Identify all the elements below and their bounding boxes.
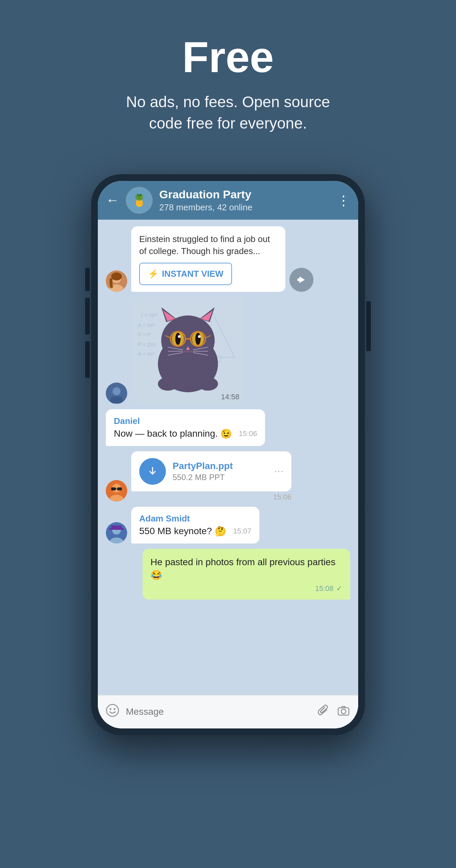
adam-message: Adam Smidt 550 MB keynote? 🤔 15:07 — [106, 507, 260, 544]
instant-view-text: Einstein struggled to find a job out of … — [139, 233, 277, 257]
volume-button-2[interactable] — [85, 298, 90, 335]
file-bubble: PartyPlan.ppt 550.2 MB PPT ⋯ — [131, 452, 292, 491]
instant-view-content: Einstein struggled to find a job out of … — [131, 226, 285, 292]
file-sender-avatar — [106, 480, 127, 501]
sticker-sender-avatar — [106, 382, 127, 404]
hero-subtitle: No ads, no fees. Open source code free f… — [111, 91, 345, 134]
message-input-bar — [98, 695, 358, 728]
group-name: Graduation Party — [159, 188, 330, 201]
svg-point-45 — [158, 377, 178, 391]
svg-rect-57 — [109, 528, 124, 530]
daniel-message: Daniel Now — back to planning. 😉 15:06 — [106, 409, 265, 446]
instant-view-bubble: Einstein struggled to find a job out of … — [131, 226, 285, 292]
header-menu-button[interactable]: ⋮ — [337, 193, 350, 208]
volume-button-1[interactable] — [85, 268, 90, 291]
adam-bubble: Adam Smidt 550 MB keynote? 🤔 15:07 — [131, 507, 260, 544]
svg-point-58 — [107, 705, 119, 716]
svg-rect-51 — [117, 488, 122, 490]
chat-header: ← 🍍 Graduation Party 278 members, 42 onl… — [98, 181, 358, 220]
file-download-button[interactable] — [139, 458, 166, 485]
adam-avatar — [106, 522, 127, 544]
own-message-footer: 15:08 ✓ — [151, 584, 342, 593]
phone-wrapper: ← 🍍 Graduation Party 278 members, 42 onl… — [91, 174, 365, 735]
file-name: PartyPlan.ppt — [173, 461, 267, 471]
file-message-row: PartyPlan.ppt 550.2 MB PPT ⋯ 15:06 — [106, 452, 292, 501]
svg-point-5 — [111, 272, 122, 280]
phone-screen: ← 🍍 Graduation Party 278 members, 42 onl… — [98, 181, 358, 728]
wink-emoji: 😉 — [220, 428, 232, 439]
svg-point-7 — [113, 387, 121, 395]
svg-text:🍍: 🍍 — [132, 193, 147, 207]
file-menu-button[interactable]: ⋯ — [274, 466, 283, 477]
svg-rect-9 — [111, 397, 123, 403]
file-time-wrap: 15:06 — [131, 493, 292, 501]
phone-outer: ← 🍍 Graduation Party 278 members, 42 onl… — [91, 174, 365, 735]
thinking-emoji: 🤔 — [215, 526, 226, 537]
adam-time: 15:07 — [233, 527, 251, 535]
sticker-message: l = πr² A = πr² V = l³ P = 2πr A = πr² s… — [106, 297, 245, 404]
own-text: He pasted in photos from all previous pa… — [151, 556, 342, 582]
own-message: He pasted in photos from all previous pa… — [143, 549, 350, 599]
sender-avatar-girl — [106, 271, 127, 292]
back-button[interactable]: ← — [106, 193, 119, 208]
daniel-bubble: Daniel Now — back to planning. 😉 15:06 — [106, 409, 265, 446]
own-timestamp: 15:08 — [315, 584, 333, 593]
svg-point-29 — [175, 333, 181, 345]
file-timestamp: 15:06 — [273, 493, 292, 501]
svg-point-22 — [161, 315, 215, 366]
read-checkmark: ✓ — [336, 584, 342, 593]
daniel-sender: Daniel — [114, 416, 257, 426]
instant-view-label: INSTANT VIEW — [162, 269, 223, 279]
file-bubble-wrap: PartyPlan.ppt 550.2 MB PPT ⋯ 15:06 — [131, 452, 292, 501]
file-info: PartyPlan.ppt 550.2 MB PPT — [173, 461, 267, 482]
svg-point-30 — [195, 333, 201, 345]
attach-button[interactable] — [317, 704, 330, 720]
svg-rect-50 — [111, 488, 116, 490]
group-status: 278 members, 42 online — [159, 202, 330, 213]
camera-button[interactable] — [337, 704, 350, 720]
daniel-time: 15:06 — [239, 429, 257, 438]
adam-sender: Adam Smidt — [139, 514, 251, 524]
svg-point-46 — [198, 377, 218, 391]
header-info: Graduation Party 278 members, 42 online — [159, 188, 330, 213]
volume-button-3[interactable] — [85, 341, 90, 378]
hero-section: Free No ads, no fees. Open source code f… — [91, 0, 365, 154]
group-avatar: 🍍 — [126, 187, 153, 214]
lightning-icon: ⚡ — [148, 269, 158, 279]
sticker-timestamp: 14:58 — [221, 393, 239, 401]
svg-point-59 — [110, 708, 112, 710]
message-input[interactable] — [126, 706, 310, 717]
instant-view-button[interactable]: ⚡ INSTANT VIEW — [139, 263, 232, 285]
chat-body: Einstein struggled to find a job out of … — [98, 220, 358, 695]
svg-point-60 — [114, 708, 116, 710]
own-bubble: He pasted in photos from all previous pa… — [143, 549, 350, 599]
daniel-text: Now — back to planning. 😉 15:06 — [114, 428, 257, 439]
cat-sticker — [141, 301, 235, 397]
svg-point-32 — [198, 335, 201, 338]
hero-title: Free — [111, 33, 345, 81]
svg-point-62 — [341, 709, 346, 714]
sticker-container: l = πr² A = πr² V = l³ P = 2πr A = πr² s… — [131, 297, 245, 404]
power-button[interactable] — [366, 301, 371, 351]
svg-point-31 — [178, 335, 181, 338]
emoji-button[interactable] — [106, 704, 119, 720]
file-size: 550.2 MB PPT — [173, 473, 267, 482]
instant-view-message: Einstein struggled to find a job out of … — [106, 226, 313, 292]
adam-text: 550 MB keynote? 🤔 15:07 — [139, 526, 251, 537]
share-button[interactable] — [290, 268, 313, 292]
